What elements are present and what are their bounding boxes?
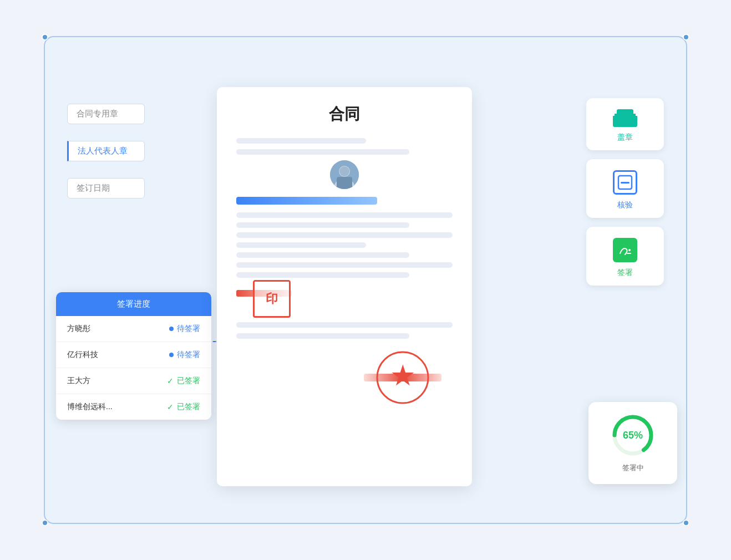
person-name-2: 王大方 (67, 376, 111, 386)
doc-line-9 (236, 272, 409, 278)
action-card-verify[interactable]: 核验 (586, 159, 664, 218)
progress-row-0: 方晓彤 待签署 (56, 316, 211, 342)
status-label-1: 待签署 (177, 350, 200, 360)
doc-line-11 (236, 333, 409, 339)
field-label-sign-date: 签订日期 (67, 178, 145, 198)
seal-icon (613, 109, 637, 127)
status-done-2: ✓ 已签署 (167, 376, 200, 386)
status-done-3: ✓ 已签署 (167, 402, 200, 412)
seal-circle-wrapper: ★ (375, 350, 430, 405)
svg-rect-8 (621, 182, 630, 184)
status-label-2: 已签署 (177, 376, 200, 386)
seal-label: 盖章 (617, 133, 633, 142)
progress-row-1: 亿行科技 待签署 (56, 342, 211, 368)
status-label-0: 待签署 (177, 324, 200, 334)
progress-row-3: 博维创远科... ✓ 已签署 (56, 394, 211, 420)
circle-progress: 65% (611, 413, 655, 457)
corner-dot-br (683, 520, 689, 526)
doc-line-3 (236, 212, 453, 218)
doc-content (236, 212, 453, 278)
doc-line-1 (236, 138, 366, 144)
right-panel: 盖章 核验 签署 (586, 98, 664, 286)
progress-header: 签署进度 (56, 292, 211, 316)
doc-line-2 (236, 149, 409, 155)
sign-icon (613, 238, 637, 262)
doc-line-8 (236, 262, 453, 268)
field-legal-rep[interactable]: 法人代表人章 (67, 141, 211, 161)
blue-bar (236, 197, 377, 205)
contract-title: 合同 (236, 104, 453, 125)
field-label-legal-rep: 法人代表人章 (67, 141, 145, 161)
stamp-text: 印 (266, 291, 278, 307)
avatar (330, 160, 359, 189)
stamp-box: 印 (253, 280, 291, 318)
doc-line-6 (236, 242, 366, 248)
doc-line-7 (236, 252, 409, 258)
corner-dot-tr (683, 34, 689, 40)
check-icon-2: ✓ (167, 376, 174, 385)
svg-point-11 (628, 249, 631, 251)
svg-text:★: ★ (390, 359, 416, 391)
person-name-1: 亿行科技 (67, 350, 111, 360)
corner-dot-tl (42, 34, 48, 40)
status-pending-1: 待签署 (169, 350, 200, 360)
sign-label: 签署 (617, 268, 633, 278)
doc-line-10 (236, 322, 453, 328)
seal-container: ★ (375, 350, 430, 405)
progress-row-2: 王大方 ✓ 已签署 (56, 368, 211, 394)
field-label-contract-seal: 合同专用章 (67, 104, 145, 124)
signature-progress-panel: 签署进度 方晓彤 待签署 亿行科技 待签署 王大方 ✓ 已签署 博维创远科... (56, 292, 211, 420)
person-name-3: 博维创远科... (67, 402, 113, 412)
circle-percent: 65% (623, 430, 643, 441)
doc-line-5 (236, 232, 453, 238)
verify-icon (613, 170, 637, 195)
progress-status-label: 签署中 (622, 463, 644, 473)
dot-blue-0 (169, 327, 174, 331)
left-panel: 合同专用章 法人代表人章 签订日期 (67, 104, 211, 198)
status-pending-0: 待签署 (169, 324, 200, 334)
main-container: 合同专用章 法人代表人章 签订日期 签署进度 方晓彤 待签署 亿行科技 待签署 (44, 36, 687, 524)
progress-circle-card: 65% 签署中 (588, 402, 677, 484)
corner-dot-bl (42, 520, 48, 526)
svg-rect-4 (337, 177, 352, 189)
dot-blue-1 (169, 353, 174, 357)
action-card-seal[interactable]: 盖章 (586, 98, 664, 150)
status-label-3: 已签署 (177, 402, 200, 412)
field-contract-seal[interactable]: 合同专用章 (67, 104, 211, 124)
svg-point-3 (339, 166, 349, 176)
person-name-0: 方晓彤 (67, 324, 111, 334)
doc-line-4 (236, 222, 409, 228)
verify-label: 核验 (617, 200, 633, 210)
check-icon-3: ✓ (167, 403, 174, 411)
action-card-sign[interactable]: 签署 (586, 227, 664, 286)
field-sign-date[interactable]: 签订日期 (67, 178, 211, 198)
contract-document: 合同 印 (217, 87, 472, 486)
seal-svg: ★ (375, 350, 430, 405)
